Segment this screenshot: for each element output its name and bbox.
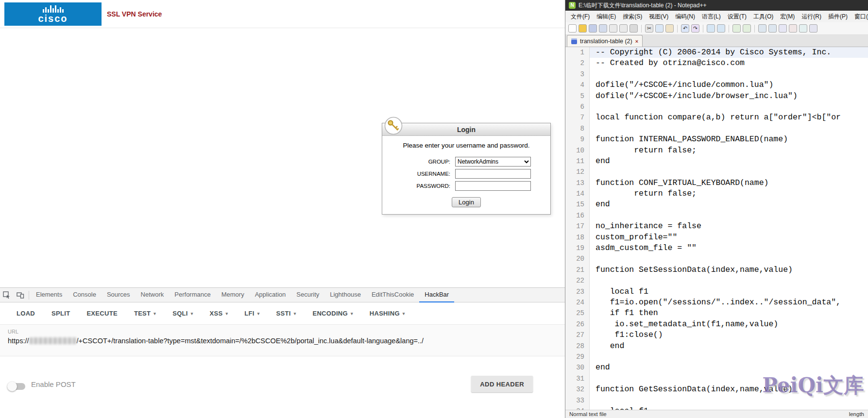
hackbar-menu-hashing[interactable]: HASHING▾ [370, 310, 405, 317]
code-line: 15end [565, 199, 868, 210]
inspect-element-icon[interactable] [0, 288, 14, 302]
document-tab[interactable]: translation-table (2) × [567, 35, 643, 47]
code-line: 12 [565, 167, 868, 177]
close-file-icon[interactable] [609, 24, 617, 33]
code-text [590, 101, 868, 112]
close-all-icon[interactable] [619, 24, 628, 33]
document-map-icon[interactable] [809, 24, 817, 33]
notepad-menu-item[interactable]: 窗口(W) [851, 11, 868, 22]
notepad-menu-item[interactable]: 运行(R) [798, 11, 825, 22]
enable-post-toggle[interactable] [9, 383, 25, 390]
code-text: -- Created by otrizna@cisco.com [590, 58, 868, 68]
devtools-tab-console[interactable]: Console [68, 288, 102, 302]
browser-pane: cisco SSL VPN Service Login Please enter… [0, 0, 565, 418]
word-wrap-icon[interactable] [779, 24, 787, 33]
undo-icon[interactable]: ↶ [681, 24, 689, 33]
code-text [590, 69, 868, 80]
save-all-icon[interactable] [599, 24, 607, 33]
tab-close-icon[interactable]: × [635, 38, 638, 44]
devtools-tab-lighthouse[interactable]: Lighthouse [324, 288, 366, 302]
sync-scroll-vertical-icon[interactable] [758, 24, 766, 33]
show-all-characters-icon[interactable] [789, 24, 797, 33]
print-icon[interactable] [630, 24, 638, 33]
hackbar-menu-label: TEST [134, 310, 151, 317]
copy-icon[interactable] [655, 24, 664, 33]
devtools-tab-elements[interactable]: Elements [31, 288, 68, 302]
find-icon[interactable] [707, 24, 715, 33]
indent-guide-icon[interactable] [799, 24, 807, 33]
login-dialog-body: Please enter your username and password.… [382, 142, 550, 207]
url-input[interactable]: https:///+CSCOT+/translation-table?type=… [8, 337, 557, 345]
replace-icon[interactable] [717, 24, 725, 33]
code-line: 34 local f1 [565, 406, 868, 410]
url-prefix: https:// [8, 337, 29, 345]
hackbar-menu-encoding[interactable]: ENCODING▾ [312, 310, 353, 317]
code-text: io.set_metadata_int(f1,name,value) [590, 319, 868, 330]
line-number: 26 [565, 319, 590, 330]
code-line: 1-- Copyright (C) 2006-2014 by Cisco Sys… [565, 47, 868, 58]
code-line: 6 [565, 101, 868, 112]
code-line: 20 [565, 253, 868, 264]
hackbar-menu-sqli[interactable]: SQLI▾ [172, 310, 193, 317]
hackbar-menu-xss[interactable]: XSS▾ [210, 310, 228, 317]
notepad-menu-item[interactable]: 工具(O) [750, 11, 777, 22]
cut-icon[interactable]: ✂ [645, 24, 653, 33]
devtools-tab-hackbar[interactable]: HackBar [419, 288, 454, 302]
devtools-tab-security[interactable]: Security [291, 288, 324, 302]
hackbar-menu-load[interactable]: LOAD [17, 310, 35, 317]
save-file-icon[interactable] [589, 24, 597, 33]
sync-scroll-horizontal-icon[interactable] [768, 24, 777, 33]
devtools-panel: ElementsConsoleSourcesNetworkPerformance… [0, 287, 565, 418]
url-path: /+CSCOT+/translation-table?type=mst&text… [77, 337, 424, 345]
notepad-menu-item[interactable]: 搜索(S) [619, 11, 646, 22]
notepad-statusbar: Normal text file length [565, 410, 868, 418]
notepad-menu-item[interactable]: 文件(F) [567, 11, 593, 22]
statusbar-doc-type: Normal text file [569, 411, 607, 417]
notepad-menu-item[interactable]: 视图(V) [646, 11, 672, 22]
code-text [590, 210, 868, 221]
devtools-tab-sources[interactable]: Sources [102, 288, 136, 302]
username-input[interactable] [455, 169, 531, 179]
devtools-tab-editthiscookie[interactable]: EditThisCookie [366, 288, 419, 302]
password-input[interactable] [455, 181, 531, 191]
devtools-tab-memory[interactable]: Memory [216, 288, 250, 302]
hackbar-menu-split[interactable]: SPLIT [51, 310, 70, 317]
code-text: no_inheritance = false [590, 221, 868, 232]
notepad-menu-item[interactable]: 编码(N) [672, 11, 698, 22]
line-number: 11 [565, 156, 590, 167]
code-text: end [590, 199, 868, 210]
code-line: 16 [565, 210, 868, 221]
code-text: custom_profile="" [590, 232, 868, 243]
hackbar-menu-ssti[interactable]: SSTI▾ [276, 310, 296, 317]
code-text: dofile("/+CSCOE+/include/common.lua") [590, 80, 868, 90]
code-line: 10 return false; [565, 145, 868, 156]
code-text: return false; [590, 145, 868, 156]
devtools-tab-network[interactable]: Network [136, 288, 170, 302]
code-line: 17no_inheritance = false [565, 221, 868, 232]
new-file-icon[interactable] [568, 24, 577, 33]
code-text [590, 275, 868, 286]
notepad-menu-item[interactable]: 语言(L) [698, 11, 724, 22]
zoom-in-icon[interactable] [732, 24, 741, 33]
open-folder-icon[interactable] [579, 24, 587, 33]
keys-icon [384, 117, 403, 135]
redo-icon[interactable]: ↷ [691, 24, 699, 33]
devtools-tab-performance[interactable]: Performance [169, 288, 216, 302]
hackbar-menu-lfi[interactable]: LFI▾ [244, 310, 259, 317]
code-editor[interactable]: 1-- Copyright (C) 2006-2014 by Cisco Sys… [565, 47, 868, 410]
notepad-menu-item[interactable]: 宏(M) [777, 11, 798, 22]
notepad-menu-item[interactable]: 插件(P) [825, 11, 851, 22]
paste-icon[interactable] [665, 24, 674, 33]
add-header-button[interactable]: ADD HEADER [471, 376, 533, 392]
hackbar-menu-test[interactable]: TEST▾ [134, 310, 156, 317]
toolbar-separator [677, 25, 678, 33]
notepad-window-title: E:\临时下载文件\translation-table (2) - Notepa… [579, 1, 706, 10]
hackbar-menu-execute[interactable]: EXECUTE [86, 310, 118, 317]
login-button[interactable]: Login [452, 197, 481, 207]
zoom-out-icon[interactable] [743, 24, 751, 33]
notepad-menu-item[interactable]: 编辑(E) [593, 11, 619, 22]
group-select[interactable]: NetworkAdmins [455, 157, 531, 167]
devtools-tab-application[interactable]: Application [250, 288, 291, 302]
device-toolbar-icon[interactable] [14, 288, 27, 302]
notepad-menu-item[interactable]: 设置(T) [724, 11, 750, 22]
